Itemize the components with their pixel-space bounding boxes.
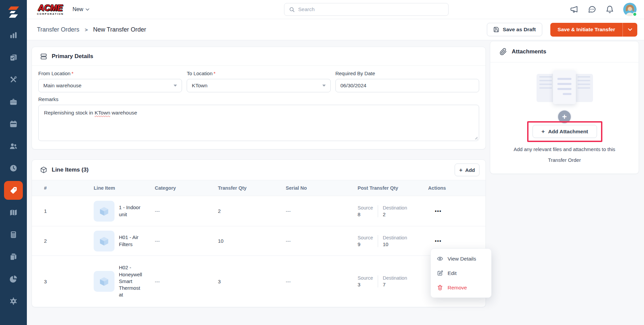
paperclip-icon <box>500 48 507 55</box>
sidebar-item-reports[interactable] <box>0 268 27 290</box>
new-menu-dropdown[interactable]: New <box>73 6 89 12</box>
save-initiate-button[interactable]: Save & Initiate Transfer <box>550 23 623 37</box>
online-status-dot <box>633 12 637 16</box>
date-value[interactable] <box>340 83 474 89</box>
primary-details-card: Primary Details From Location* Main ware… <box>32 47 486 149</box>
attachments-header: Attachments <box>490 41 639 62</box>
to-location-value: KTown <box>192 83 208 89</box>
chat-icon <box>588 5 596 14</box>
col-header-transfer-qty: Transfer Qty <box>217 185 285 191</box>
save-initiate-caret-button[interactable] <box>623 23 637 37</box>
row-actions-menu-button[interactable]: ••• <box>427 238 486 244</box>
col-header-num: # <box>32 185 91 191</box>
sidebar-item-briefcase[interactable] <box>0 91 27 113</box>
trash-icon <box>437 284 443 291</box>
topbar: ACME CORPORATION New <box>27 0 644 19</box>
remarks-label: Remarks <box>38 96 479 102</box>
app-logo[interactable] <box>6 3 21 21</box>
briefcase-icon <box>9 97 18 106</box>
item-thumbnail <box>94 271 114 292</box>
menu-item-view-details[interactable]: View Details <box>431 251 491 266</box>
item-name: H02 - Honeywell Smart Thermost at <box>119 264 150 298</box>
page-title: New Transfer Order <box>93 26 146 33</box>
row-actions-menu-button[interactable]: ••• <box>427 208 486 214</box>
announcements-button[interactable] <box>570 5 579 14</box>
destination-qty: 10 <box>383 241 407 247</box>
save-initiate-split-button: Save & Initiate Transfer <box>550 23 637 37</box>
to-location-select[interactable]: KTown <box>187 79 330 92</box>
breadcrumb: Transfer Orders > New Transfer Order <box>37 26 146 33</box>
menu-item-label: Edit <box>448 270 457 276</box>
sidebar <box>0 0 27 325</box>
chevron-down-icon <box>174 85 177 87</box>
remarks-misspelled-word: KTown <box>95 110 110 115</box>
sidebar-item-analytics[interactable] <box>0 24 27 46</box>
row-num: 1 <box>32 208 91 214</box>
required-asterisk: * <box>72 71 74 76</box>
search-input[interactable] <box>298 6 444 12</box>
chevron-down-icon <box>322 85 326 87</box>
sidebar-item-calendar[interactable] <box>0 113 27 135</box>
sidebar-item-inventory[interactable] <box>0 179 27 201</box>
col-header-serial-no: Serial No <box>285 185 357 191</box>
breadcrumb-transfer-orders[interactable]: Transfer Orders <box>37 26 79 33</box>
destination-label: Destination <box>383 235 407 240</box>
attachments-card: Attachments + + Add Attachment Add any r… <box>490 41 639 174</box>
line-item-cell: H02 - Honeywell Smart Thermost at <box>91 264 154 298</box>
org-logo-subtitle: CORPORATION <box>37 13 64 15</box>
sidebar-item-documents[interactable] <box>0 246 27 268</box>
textarea-resize-handle[interactable] <box>474 136 477 139</box>
sidebar-item-jobs[interactable] <box>0 46 27 68</box>
remarks-text-suffix: warehouse <box>110 110 137 115</box>
remarks-text-prefix: Replenishing stock in <box>44 110 95 115</box>
cube-icon <box>99 275 109 287</box>
messages-button[interactable] <box>588 5 596 14</box>
source-qty-block: Source 8 <box>358 205 373 217</box>
required-by-date-input[interactable] <box>335 79 479 92</box>
menu-item-edit[interactable]: Edit <box>431 266 491 280</box>
item-serial-no: --- <box>285 279 357 284</box>
user-avatar[interactable] <box>623 3 637 16</box>
row-num: 2 <box>32 238 91 244</box>
line-items-header: Line Items (3) + Add <box>32 160 486 180</box>
sidebar-item-calculator[interactable] <box>0 224 27 246</box>
row-actions-context-menu: View Details Edit Remove <box>430 248 492 298</box>
col-header-category: Category <box>154 185 217 191</box>
item-serial-no: --- <box>285 238 357 244</box>
item-transfer-qty: 3 <box>217 279 285 284</box>
calculator-icon <box>9 230 18 239</box>
source-qty: 3 <box>358 282 373 287</box>
from-location-value: Main warehouse <box>43 83 82 89</box>
document-illustration-back-right <box>575 74 593 102</box>
post-transfer-qty-cell: Source 9 Destination 10 <box>357 235 427 247</box>
source-label: Source <box>358 205 373 211</box>
sidebar-item-map[interactable] <box>0 201 27 224</box>
menu-item-remove[interactable]: Remove <box>431 280 491 295</box>
add-attachment-button[interactable]: + Add Attachment <box>533 125 597 138</box>
org-logo-name: ACME <box>37 4 64 12</box>
calendar-icon <box>9 120 18 128</box>
sidebar-item-timesheet[interactable] <box>0 157 27 179</box>
col-header-post-transfer-qty: Post Transfer Qty <box>357 185 427 191</box>
reports-icon <box>9 275 18 283</box>
sidebar-item-tools[interactable] <box>0 68 27 91</box>
sidebar-item-settings[interactable] <box>0 290 27 312</box>
notifications-button[interactable] <box>605 5 614 14</box>
item-name: H01 - Air Filters <box>119 234 150 248</box>
table-row: 3 H02 - Honeywell Smart Thermost at --- … <box>32 256 486 307</box>
attachments-empty-illustration: + <box>490 70 639 120</box>
save-as-draft-button[interactable]: Save as Draft <box>487 23 542 36</box>
line-item-cell: H01 - Air Filters <box>91 231 154 251</box>
item-transfer-qty: 10 <box>217 238 285 244</box>
source-label: Source <box>358 235 373 240</box>
remarks-textarea[interactable]: Replenishing stock in KTown warehouse <box>38 105 479 141</box>
attachments-caption: Add any relevant files and attachments t… <box>490 144 639 166</box>
from-location-field: From Location* Main warehouse <box>38 71 182 92</box>
package-icon <box>40 166 47 174</box>
primary-details-fields: From Location* Main warehouse To Locatio… <box>32 66 486 92</box>
sidebar-item-team[interactable] <box>0 135 27 157</box>
col-header-line-item: Line Item <box>91 185 154 191</box>
save-icon <box>493 27 499 33</box>
from-location-select[interactable]: Main warehouse <box>38 79 182 92</box>
add-line-item-button[interactable]: + Add <box>455 164 479 176</box>
